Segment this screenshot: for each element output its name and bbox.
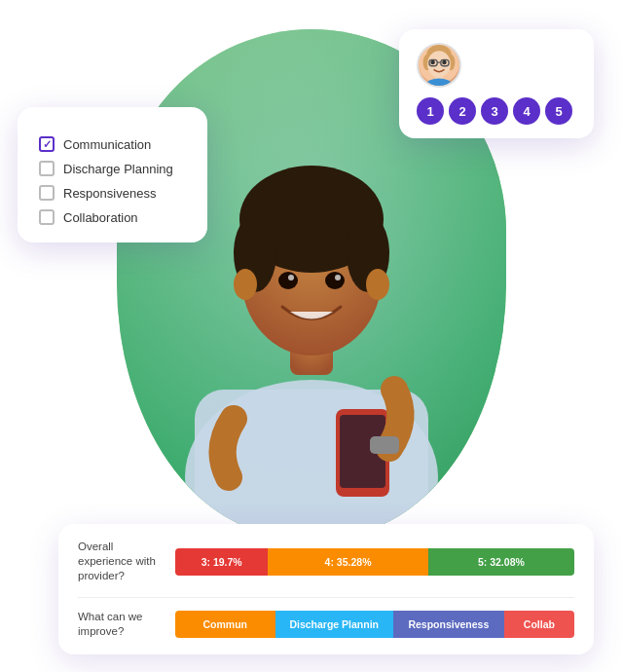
chart-bar-container: CommunDischarge PlanninResponsivenessCol…	[175, 611, 574, 638]
chart-divider	[78, 597, 574, 598]
checkbox-label: Communication	[63, 137, 151, 152]
checkbox-box[interactable]	[39, 161, 55, 176]
bar-segment: Collab	[504, 611, 574, 638]
avatar-row	[417, 43, 576, 88]
svg-point-8	[234, 269, 257, 300]
bar-segment: 3: 19.7%	[175, 548, 268, 576]
chart-row-label: Overall experience with provider?	[78, 540, 164, 583]
rating-dot[interactable]: 5	[545, 97, 572, 125]
svg-point-11	[325, 272, 345, 289]
checkbox-label: Discharge Planning	[63, 162, 173, 176]
rating-dot[interactable]: 3	[481, 97, 508, 125]
svg-rect-16	[370, 436, 399, 454]
checkbox-card: ✓CommunicationDischarge PlanningResponsi…	[18, 107, 207, 243]
bar-segment: 4: 35.28%	[268, 548, 427, 576]
checkmark-icon: ✓	[43, 139, 52, 150]
chart-row: What can we improve?CommunDischarge Plan…	[78, 610, 574, 639]
checkbox-label: Responsiveness	[63, 186, 156, 201]
chart-row: Overall experience with provider?3: 19.7…	[78, 540, 574, 583]
svg-point-21	[427, 51, 451, 77]
chart-row-label: What can we improve?	[78, 610, 164, 639]
svg-point-12	[288, 275, 294, 280]
avatar	[417, 43, 461, 88]
rating-dot[interactable]: 1	[417, 97, 444, 125]
checkbox-box[interactable]	[39, 185, 55, 201]
bar-segment: 5: 32.08%	[428, 548, 574, 576]
checkbox-item[interactable]: ✓Communication	[39, 136, 186, 152]
svg-point-26	[442, 60, 447, 65]
bar-segment: Commun	[175, 611, 275, 638]
checkbox-items-container: ✓CommunicationDischarge PlanningResponsi…	[39, 136, 186, 225]
svg-point-9	[366, 269, 389, 300]
svg-point-10	[278, 272, 298, 289]
checkbox-item[interactable]: Discharge Planning	[39, 161, 186, 176]
checkbox-item[interactable]: Collaboration	[39, 209, 186, 225]
scene: ✓CommunicationDischarge PlanningResponsi…	[0, 0, 623, 672]
bar-segment: Discharge Plannin	[275, 611, 393, 638]
chart-bar-container: 3: 19.7%4: 35.28%5: 32.08%	[175, 548, 574, 576]
rating-dot[interactable]: 2	[449, 97, 476, 125]
rating-dot[interactable]: 4	[513, 97, 540, 125]
checkbox-label: Collaboration	[63, 210, 138, 225]
chart-rows-container: Overall experience with provider?3: 19.7…	[78, 540, 574, 639]
rating-dots: 12345	[417, 97, 576, 125]
svg-point-13	[335, 275, 341, 280]
checkbox-item[interactable]: Responsiveness	[39, 185, 186, 201]
checkbox-box[interactable]	[39, 209, 55, 225]
experience-card: 12345	[399, 29, 594, 138]
checkbox-box[interactable]: ✓	[39, 136, 55, 152]
svg-point-25	[430, 60, 435, 65]
bar-segment: Responsiveness	[393, 611, 504, 638]
chart-card: Overall experience with provider?3: 19.7…	[58, 524, 594, 654]
